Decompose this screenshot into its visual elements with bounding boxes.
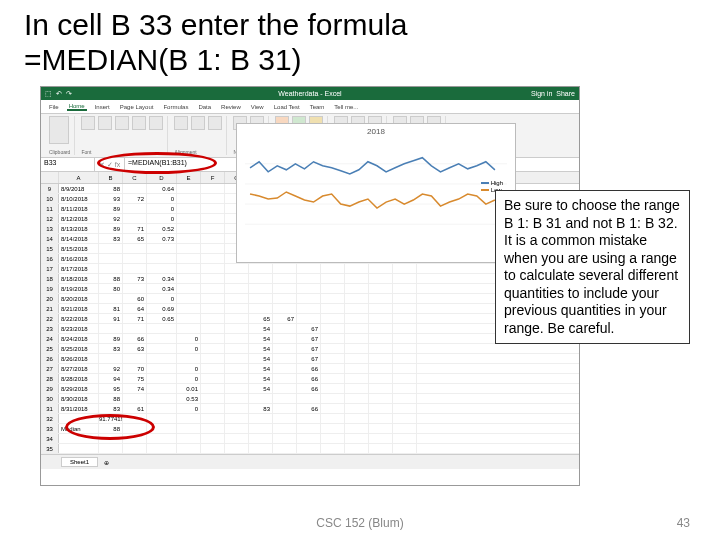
ribbon-tab-data[interactable]: Data	[196, 104, 213, 110]
cell[interactable]	[147, 424, 177, 433]
cell[interactable]	[225, 344, 249, 353]
cell[interactable]	[273, 424, 297, 433]
row-number[interactable]: 34	[41, 434, 59, 443]
cell[interactable]	[201, 374, 225, 383]
cell[interactable]	[369, 304, 393, 313]
cell[interactable]	[147, 384, 177, 393]
cell[interactable]	[225, 444, 249, 453]
row-number[interactable]: 20	[41, 294, 59, 303]
cell[interactable]	[249, 304, 273, 313]
fx-icon[interactable]: fx	[115, 161, 120, 168]
cell[interactable]	[177, 444, 201, 453]
cell[interactable]	[225, 314, 249, 323]
cell[interactable]	[393, 364, 417, 373]
cell[interactable]	[345, 424, 369, 433]
cell[interactable]	[297, 284, 321, 293]
cell[interactable]: 8/13/2018	[59, 224, 99, 233]
col-head[interactable]	[41, 172, 59, 183]
cell[interactable]: 74	[123, 384, 147, 393]
cell[interactable]	[393, 374, 417, 383]
cell[interactable]	[249, 444, 273, 453]
cell[interactable]: 71	[123, 314, 147, 323]
cell[interactable]	[369, 394, 393, 403]
cell[interactable]: 72	[123, 194, 147, 203]
cell[interactable]: 63	[123, 344, 147, 353]
cell[interactable]	[297, 274, 321, 283]
cell[interactable]: 54	[249, 344, 273, 353]
cell[interactable]	[345, 414, 369, 423]
cell[interactable]	[393, 434, 417, 443]
cell[interactable]	[249, 274, 273, 283]
embedded-chart[interactable]: 2018 High Low	[236, 123, 516, 263]
cell[interactable]: 75	[123, 374, 147, 383]
cell[interactable]	[345, 314, 369, 323]
cell[interactable]: 8/16/2018	[59, 254, 99, 263]
cell[interactable]	[393, 284, 417, 293]
cell[interactable]	[147, 414, 177, 423]
cell[interactable]	[369, 284, 393, 293]
cell[interactable]: 0	[177, 374, 201, 383]
cell[interactable]: 92	[99, 364, 123, 373]
cell[interactable]	[321, 354, 345, 363]
cell[interactable]: 8/15/2018	[59, 244, 99, 253]
row-number[interactable]: 9	[41, 184, 59, 193]
enter-icon[interactable]: ✓	[107, 161, 113, 169]
ribbon-tab-tell-me...[interactable]: Tell me...	[332, 104, 360, 110]
cell[interactable]: 8/27/2018	[59, 364, 99, 373]
cell[interactable]: 0	[177, 334, 201, 343]
cell[interactable]	[177, 254, 201, 263]
cell[interactable]	[225, 434, 249, 443]
cell[interactable]	[369, 264, 393, 273]
ribbon-tab-insert[interactable]: Insert	[93, 104, 112, 110]
cell[interactable]	[201, 404, 225, 413]
cell[interactable]: 65	[249, 314, 273, 323]
cell[interactable]	[123, 414, 147, 423]
cell[interactable]	[369, 414, 393, 423]
cell[interactable]: 8/12/2018	[59, 214, 99, 223]
cell[interactable]: 73	[123, 274, 147, 283]
cell[interactable]	[345, 404, 369, 413]
cell[interactable]	[393, 354, 417, 363]
cell[interactable]	[123, 284, 147, 293]
signin-link[interactable]: Sign in	[531, 90, 552, 97]
cell[interactable]	[201, 414, 225, 423]
cell[interactable]	[393, 344, 417, 353]
cell[interactable]	[123, 254, 147, 263]
cell[interactable]	[249, 414, 273, 423]
cell[interactable]	[225, 424, 249, 433]
col-head[interactable]: C	[123, 172, 147, 183]
cell[interactable]: 67	[297, 324, 321, 333]
cell[interactable]	[201, 204, 225, 213]
cell[interactable]	[147, 364, 177, 373]
cell[interactable]	[123, 204, 147, 213]
cell[interactable]	[297, 304, 321, 313]
cell[interactable]	[147, 394, 177, 403]
fill-icon[interactable]	[149, 116, 163, 130]
row-number[interactable]: 28	[41, 374, 59, 383]
cell[interactable]: 8/29/2018	[59, 384, 99, 393]
cell[interactable]: 54	[249, 364, 273, 373]
cell[interactable]: 66	[297, 374, 321, 383]
cell[interactable]	[177, 274, 201, 283]
cell[interactable]	[147, 354, 177, 363]
cell[interactable]: 81	[99, 304, 123, 313]
cell[interactable]	[297, 424, 321, 433]
cell[interactable]	[177, 304, 201, 313]
cell[interactable]: 8/31/2018	[59, 404, 99, 413]
cell[interactable]	[249, 284, 273, 293]
cell[interactable]	[201, 194, 225, 203]
cell[interactable]: 0	[147, 204, 177, 213]
ribbon-tab-file[interactable]: File	[47, 104, 61, 110]
cell[interactable]	[201, 274, 225, 283]
cell[interactable]	[345, 384, 369, 393]
cell[interactable]	[147, 374, 177, 383]
cell[interactable]: 8/9/2018	[59, 184, 99, 193]
cell[interactable]	[369, 434, 393, 443]
cell[interactable]	[273, 344, 297, 353]
cell[interactable]: 91.77419	[99, 414, 123, 423]
cell[interactable]	[99, 264, 123, 273]
cell[interactable]	[273, 404, 297, 413]
cell[interactable]: 66	[297, 364, 321, 373]
cell[interactable]	[393, 424, 417, 433]
col-head[interactable]: E	[177, 172, 201, 183]
